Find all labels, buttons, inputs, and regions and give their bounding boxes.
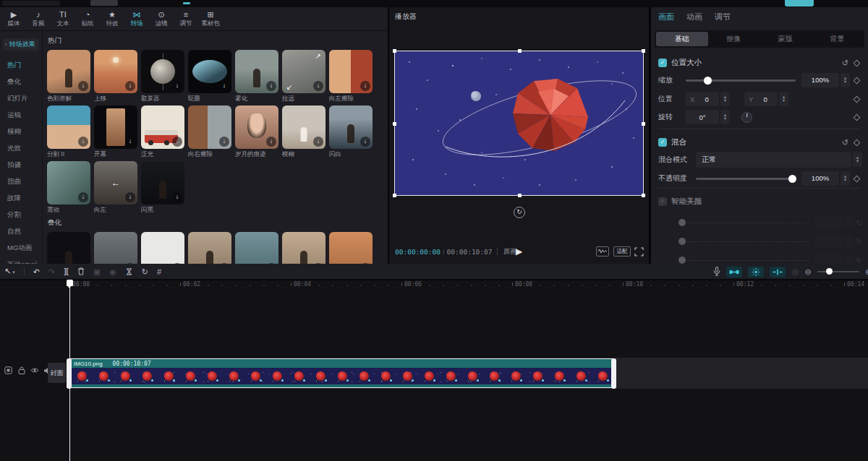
scale-stepper[interactable]: ▲▼ bbox=[841, 73, 850, 87]
zoom-out-icon[interactable]: ⊖ bbox=[805, 267, 812, 277]
mirror-icon[interactable]: ⋈ bbox=[125, 267, 133, 276]
download-icon[interactable] bbox=[172, 81, 182, 91]
download-icon[interactable] bbox=[172, 192, 182, 202]
preview-axis-toggle[interactable] bbox=[770, 267, 786, 277]
canvas-handle-e[interactable] bbox=[642, 122, 645, 126]
position-x-field[interactable]: X 0 bbox=[686, 92, 719, 106]
effect-card-1-1[interactable] bbox=[94, 232, 137, 264]
effect-card-0-16[interactable] bbox=[141, 161, 184, 204]
effect-card-0-3[interactable] bbox=[188, 50, 231, 93]
fullscreen-icon[interactable] bbox=[635, 248, 643, 256]
fit-ratio-button[interactable]: 适配 bbox=[613, 246, 631, 257]
keyframe-diamond-icon[interactable] bbox=[854, 113, 861, 121]
toolbar-item-audio[interactable]: ♪音频 bbox=[26, 10, 51, 28]
download-icon[interactable] bbox=[78, 192, 88, 202]
keyframe-diamond-icon[interactable] bbox=[854, 95, 861, 103]
sidebar-item-12[interactable]: 互动emoji bbox=[0, 256, 42, 264]
subtab-basic[interactable]: 基础 bbox=[656, 32, 708, 46]
tab-picture[interactable]: 画面 bbox=[658, 12, 674, 22]
position-size-checkbox[interactable]: ✓ bbox=[658, 59, 667, 67]
download-icon[interactable] bbox=[219, 137, 229, 147]
slider-knob[interactable] bbox=[788, 175, 796, 183]
download-icon[interactable] bbox=[125, 137, 135, 147]
effect-card-1-0[interactable] bbox=[47, 232, 90, 264]
download-icon[interactable] bbox=[266, 81, 276, 91]
linkage-toggle[interactable] bbox=[748, 267, 764, 277]
effect-card-0-7[interactable] bbox=[47, 105, 90, 149]
hide-track-icon[interactable] bbox=[30, 366, 39, 375]
effect-card-0-2[interactable] bbox=[141, 50, 184, 93]
scale-value[interactable]: 100% bbox=[801, 73, 839, 87]
record-voiceover-icon[interactable] bbox=[713, 267, 720, 277]
sidebar-item-5[interactable]: 光效 bbox=[0, 139, 42, 156]
effect-card-0-0[interactable] bbox=[47, 50, 90, 93]
reset-icon[interactable]: ↺ bbox=[842, 138, 848, 147]
transition-category-header[interactable]: ‹ 转场效果 bbox=[3, 38, 39, 51]
toolbar-item-sticker[interactable]: ◔贴纸 bbox=[75, 10, 100, 28]
effect-card-0-15[interactable] bbox=[94, 161, 137, 204]
subtab-cutout[interactable]: 抠像 bbox=[708, 32, 760, 46]
download-icon[interactable] bbox=[125, 81, 135, 91]
effect-card-0-1[interactable] bbox=[94, 50, 137, 93]
position-y-stepper[interactable]: ▲▼ bbox=[779, 92, 788, 106]
slider-knob[interactable] bbox=[826, 268, 833, 275]
keyframe-diamond-icon[interactable] bbox=[854, 139, 861, 146]
playhead-handle[interactable] bbox=[67, 280, 73, 286]
download-icon[interactable] bbox=[313, 137, 323, 147]
waveform-preview-button[interactable] bbox=[596, 246, 609, 257]
keyframe-diamond-icon[interactable] bbox=[854, 59, 861, 66]
toolbar-item-effects[interactable]: ★特效 bbox=[100, 10, 124, 28]
effect-card-0-10[interactable] bbox=[188, 105, 231, 149]
download-icon[interactable] bbox=[78, 137, 88, 147]
effect-card-0-12[interactable] bbox=[282, 105, 326, 149]
main-track-icon[interactable] bbox=[4, 366, 13, 375]
select-cursor-icon[interactable]: ↖ ▾ bbox=[4, 267, 15, 277]
toolbar-item-material-pack[interactable]: ⊞素材包 bbox=[198, 10, 223, 28]
download-icon[interactable] bbox=[78, 81, 88, 91]
effect-card-0-14[interactable] bbox=[47, 161, 90, 204]
effect-card-0-8[interactable] bbox=[94, 105, 137, 149]
canvas-handle-sw[interactable] bbox=[393, 194, 396, 197]
slider-knob[interactable] bbox=[704, 77, 712, 85]
canvas-handle-se[interactable] bbox=[642, 194, 645, 197]
split-icon[interactable]: ][ bbox=[64, 267, 69, 276]
titlebar-button-fragment[interactable] bbox=[90, 0, 118, 6]
blend-mode-stepper[interactable]: ▲▼ bbox=[853, 152, 862, 167]
position-y-field[interactable]: Y 0 bbox=[744, 92, 778, 106]
snap-toggle[interactable] bbox=[726, 267, 742, 277]
rotation-dial[interactable] bbox=[741, 112, 752, 123]
sidebar-item-6[interactable]: 拍摄 bbox=[0, 156, 42, 173]
canvas-handle-n[interactable] bbox=[518, 49, 522, 53]
auto-fit-timeline-icon[interactable]: ◎ bbox=[791, 267, 799, 276]
zoom-in-icon[interactable]: ⊕ bbox=[865, 267, 868, 277]
toolbar-item-text[interactable]: TI文本 bbox=[51, 10, 75, 28]
effect-card-0-4[interactable] bbox=[235, 50, 278, 93]
sidebar-item-10[interactable]: 自然 bbox=[0, 223, 42, 239]
effect-card-1-2[interactable] bbox=[141, 232, 184, 264]
download-icon[interactable] bbox=[360, 81, 370, 91]
download-icon[interactable] bbox=[125, 192, 135, 202]
timeline-area[interactable]: 00:0000:0200:0400:0600:0800:1000:1200:14… bbox=[0, 280, 868, 461]
sidebar-item-9[interactable]: 分割 bbox=[0, 206, 42, 223]
tab-adjust[interactable]: 调节 bbox=[715, 12, 731, 22]
effect-card-0-6[interactable] bbox=[329, 50, 373, 93]
opacity-value[interactable]: 100% bbox=[801, 171, 839, 186]
rotate-icon[interactable]: ↻ bbox=[142, 267, 148, 276]
effect-card-1-3[interactable] bbox=[188, 232, 231, 264]
toolbar-item-transition[interactable]: ⋈转场 bbox=[124, 10, 149, 28]
toolbar-item-adjust[interactable]: ≡调节 bbox=[174, 10, 198, 28]
timeline-zoom-slider[interactable] bbox=[817, 271, 859, 272]
preview-canvas[interactable] bbox=[394, 51, 644, 196]
sidebar-item-4[interactable]: 模糊 bbox=[0, 123, 42, 139]
freeze-frame-icon[interactable]: ▣ bbox=[93, 267, 101, 276]
reverse-icon[interactable]: ◉ bbox=[109, 267, 116, 276]
toolbar-item-media[interactable]: ▶媒体 bbox=[1, 10, 26, 28]
time-ruler[interactable]: 00:0000:0200:0400:0600:0800:1000:1200:14 bbox=[0, 280, 868, 290]
scale-slider[interactable] bbox=[686, 79, 796, 82]
effect-card-0-9[interactable] bbox=[141, 105, 184, 149]
canvas-handle-ne[interactable] bbox=[642, 49, 645, 53]
effect-card-1-6[interactable] bbox=[329, 232, 373, 264]
sidebar-item-3[interactable]: 运镜 bbox=[0, 106, 42, 123]
download-icon[interactable] bbox=[360, 137, 370, 147]
rotation-stepper[interactable]: ▲▼ bbox=[720, 110, 730, 124]
